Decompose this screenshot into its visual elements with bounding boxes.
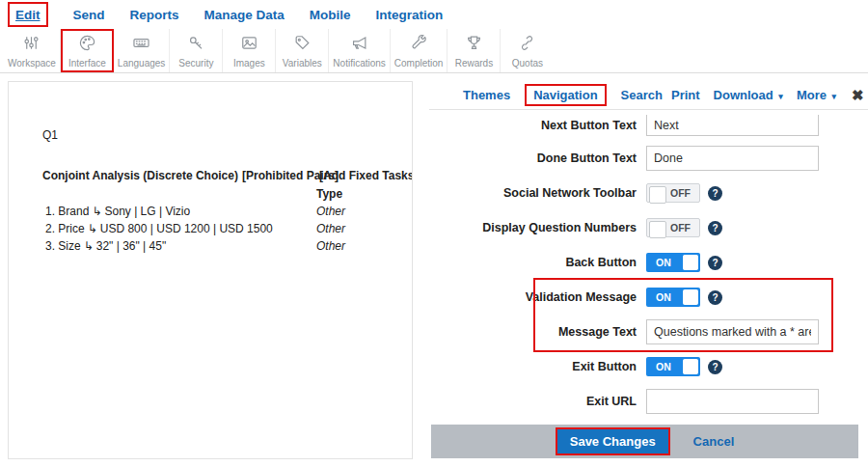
print-link[interactable]: Print: [671, 88, 700, 102]
form-row-exit-url: Exit URL: [429, 384, 868, 419]
form-row-validation-message: Validation Message ON ?: [429, 280, 868, 315]
attribute-type: Other: [316, 205, 345, 218]
annotation-box-save: Save Changes: [556, 427, 670, 455]
display-question-numbers-toggle[interactable]: OFF: [646, 218, 700, 237]
form-row-done-button-text: Done Button Text: [429, 141, 868, 176]
toolbar-label: Notifications: [333, 58, 385, 69]
message-text-input[interactable]: [646, 319, 819, 344]
toolbar-item-variables[interactable]: Variables: [276, 29, 329, 72]
help-icon[interactable]: ?: [708, 290, 722, 305]
image-icon: [240, 34, 258, 56]
interface-settings-panel: Themes Navigation Search Print Download …: [429, 81, 868, 467]
download-link[interactable]: Download ▾: [714, 88, 783, 102]
chevron-down-icon: ▾: [832, 92, 837, 101]
form-row-message-text: Message Text: [429, 315, 868, 349]
attribute-levels: Sony | LG | Vizio: [104, 205, 190, 218]
tab-navigation[interactable]: Navigation: [525, 84, 606, 106]
toolbar-label: Workspace: [8, 58, 56, 69]
toolbar-label: Quotas: [512, 58, 543, 69]
megaphone-icon: [350, 34, 368, 56]
field-label: Validation Message: [429, 290, 646, 304]
form-row-back-button: Back Button ON ?: [429, 245, 868, 280]
question-title: Conjoint Analysis (Discrete Choice): [42, 169, 238, 182]
next-button-text-input[interactable]: [646, 115, 819, 136]
help-icon[interactable]: ?: [708, 221, 722, 235]
more-link[interactable]: More ▾: [797, 88, 836, 102]
attribute-name: Brand: [58, 205, 89, 218]
toolbar-item-completion[interactable]: Completion: [391, 29, 448, 72]
nav-edit[interactable]: Edit: [15, 8, 41, 22]
nav-integration[interactable]: Integration: [376, 8, 444, 22]
help-icon[interactable]: ?: [708, 256, 722, 270]
nav-mobile[interactable]: Mobile: [310, 8, 351, 22]
exit-button-toggle[interactable]: ON: [646, 357, 700, 376]
attribute-row: 2. Price↳USD 800 | USD 1200 | USD 1500 O…: [9, 222, 412, 237]
keyboard-icon: [132, 34, 150, 56]
survey-preview-panel: Q1 Conjoint Analysis (Discrete Choice) […: [8, 81, 413, 459]
help-icon[interactable]: ?: [708, 186, 722, 201]
trophy-icon: [465, 34, 483, 56]
chain-links-icon: [518, 34, 536, 56]
toolbar-item-languages[interactable]: Languages: [114, 29, 171, 72]
toolbar-item-quotas[interactable]: Quotas: [501, 29, 554, 72]
attribute-levels: USD 800 | USD 1200 | USD 1500: [100, 222, 273, 235]
toolbar-label: Completion: [394, 58, 444, 69]
back-button-toggle[interactable]: ON: [646, 253, 700, 272]
toolbar-item-workspace[interactable]: Workspace: [4, 29, 61, 72]
field-label: Exit Button: [429, 360, 646, 373]
form-row-exit-button: Exit Button ON ?: [429, 349, 868, 384]
toolbar-label: Images: [233, 58, 265, 69]
exit-url-input[interactable]: [646, 389, 819, 414]
toolbar-label: Languages: [118, 58, 166, 69]
nav-reports[interactable]: Reports: [130, 8, 179, 22]
edit-toolbar: Workspace Interface Languages Security I…: [0, 29, 868, 73]
form-row-display-question-numbers: Display Question Numbers OFF ?: [429, 210, 868, 245]
field-label: Next Button Text: [429, 119, 646, 132]
toolbar-item-images[interactable]: Images: [223, 29, 276, 72]
attribute-row: 1. Brand↳Sony | LG | Vizio Other: [9, 205, 412, 220]
question-code: Q1: [42, 128, 58, 142]
attribute-name: Price: [58, 222, 84, 235]
social-network-toolbar-toggle[interactable]: OFF: [646, 183, 700, 203]
annotation-box-edit: Edit: [8, 2, 48, 27]
toolbar-item-security[interactable]: Security: [170, 29, 223, 72]
type-column-header: Type: [316, 187, 342, 201]
nav-send[interactable]: Send: [73, 8, 105, 22]
attribute-row: 3. Size↳32" | 36" | 45" Other: [9, 239, 412, 255]
row-number: 2.: [45, 222, 55, 235]
done-button-text-input[interactable]: [646, 146, 819, 171]
field-label: Display Question Numbers: [429, 221, 646, 234]
toolbar-label: Rewards: [455, 58, 493, 69]
panel-footer: Save Changes Cancel: [431, 425, 858, 458]
tag-icon: [293, 34, 312, 56]
corner-arrow-icon: ↳: [84, 239, 94, 253]
close-icon[interactable]: ✖: [852, 87, 864, 104]
field-label: Exit URL: [429, 395, 646, 408]
add-fixed-tasks-link[interactable]: [Add Fixed Tasks: [319, 169, 413, 182]
save-changes-button[interactable]: Save Changes: [557, 429, 668, 453]
form-row-next-button-text: Next Button Text: [429, 110, 868, 141]
field-label: Message Text: [429, 325, 646, 339]
field-label: Done Button Text: [429, 151, 646, 165]
validation-message-toggle[interactable]: ON: [646, 288, 700, 307]
tab-themes[interactable]: Themes: [454, 84, 519, 106]
top-nav: Edit Send Reports Manage Data Mobile Int…: [0, 0, 868, 29]
settings-tabbar: Themes Navigation Search Print Download …: [429, 81, 868, 110]
toolbar-label: Interface: [68, 58, 106, 69]
form-row-social-network-toolbar: Social Network Toolbar OFF ?: [429, 176, 868, 210]
help-icon[interactable]: ?: [708, 360, 722, 374]
toolbar-item-rewards[interactable]: Rewards: [448, 29, 501, 72]
attribute-type: Other: [316, 239, 345, 253]
field-label: Back Button: [429, 256, 646, 269]
nav-manage-data[interactable]: Manage Data: [204, 8, 285, 22]
toolbar-item-interface[interactable]: Interface: [61, 29, 114, 72]
attribute-levels: 32" | 36" | 45": [96, 239, 166, 253]
cancel-link[interactable]: Cancel: [693, 434, 735, 449]
wrench-icon: [410, 34, 428, 56]
key-icon: [187, 34, 205, 56]
tab-search[interactable]: Search: [612, 84, 671, 106]
row-number: 1.: [45, 205, 55, 218]
toolbar-item-notifications[interactable]: Notifications: [329, 29, 390, 72]
corner-arrow-icon: ↳: [92, 205, 101, 218]
palette-icon: [78, 34, 96, 56]
